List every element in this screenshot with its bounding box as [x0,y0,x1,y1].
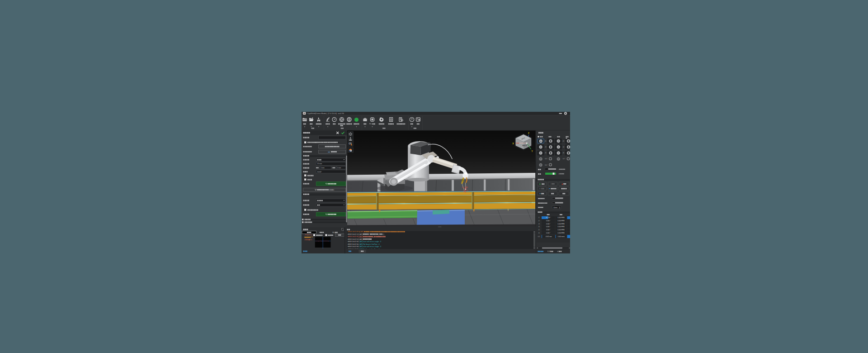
svg-text:Y: Y [532,150,533,153]
svg-text:CS: CS [349,143,352,145]
svg-text:X: X [513,143,514,145]
svg-text:?: ? [411,118,413,121]
svg-text:Z: Z [528,132,529,134]
svg-text:BACK: BACK [522,145,527,147]
